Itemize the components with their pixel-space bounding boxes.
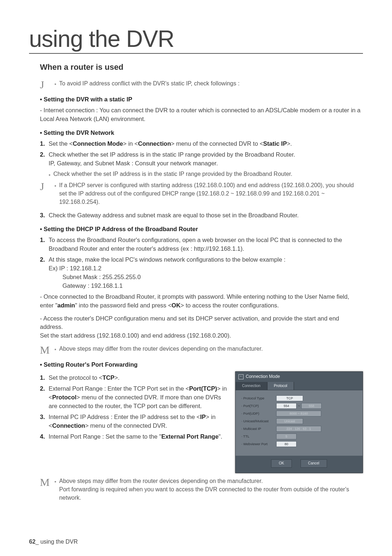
chapter-title: using the DVR: [29, 25, 363, 54]
ordered-item-3: 3. Check the Gateway address and subnet …: [40, 211, 363, 220]
term-connection: Connection: [138, 140, 171, 147]
sub-bullet-text: Check whether the set IP address is in t…: [53, 170, 292, 178]
subhead-port-forward: • Setting Router's Port Forwarding: [40, 360, 363, 369]
page-footer: 62_ using the DVR: [29, 539, 78, 545]
text: Set the protocol to <: [49, 374, 102, 381]
number-label: 1.: [40, 374, 49, 382]
text: Above steps may differ from the router d…: [59, 478, 263, 484]
input-udp: 8000 ~ 8160: [276, 411, 321, 416]
label-multicast-ip: Multicast IP: [241, 426, 274, 431]
text: > menu of the connected DVR to <: [171, 140, 263, 147]
term-connection: Connection: [52, 422, 85, 429]
text: Set the <: [49, 140, 73, 147]
footer-text: using the DVR: [39, 539, 78, 545]
text: " into the password field and press <: [75, 302, 172, 309]
term-static-ip: Static IP: [263, 140, 287, 147]
ordered-item-2: 2. Check whether the set IP address is i…: [40, 150, 363, 168]
text: >.: [114, 374, 119, 381]
text: >.: [287, 140, 292, 147]
label-port-tcp: Port(TCP): [241, 403, 274, 408]
dialog-footer: OK Cancel: [236, 456, 363, 473]
m-icon: M: [40, 477, 54, 488]
bullet-icon: ▪: [54, 182, 56, 189]
term-connection-mode: Connection Mode: [73, 140, 123, 147]
ordered-body: Set the <Connection Mode> in <Connection…: [49, 140, 363, 148]
m-note-text: Above steps may differ from the router d…: [59, 345, 263, 353]
section-title: When a router is used: [40, 63, 363, 72]
input-multicast-ip: 224 . 126 . 63 . 1: [276, 426, 321, 432]
select-protocol-type[interactable]: TCP: [276, 395, 303, 401]
ordered-body: To access the Broadband Router's configu…: [49, 236, 363, 253]
text: Port forwarding is required when you wan…: [59, 486, 349, 501]
j-note-text: If a DHCP server is configured with star…: [59, 181, 363, 206]
text: ".: [219, 433, 222, 440]
subhead-dhcp: • Setting the DHCP IP Address of the Bro…: [40, 225, 363, 234]
paragraph: - Access the router's DHCP configuration…: [40, 314, 363, 341]
term-ok: OK: [172, 302, 181, 309]
ordered-body: Internal PC IP Address : Enter the IP ad…: [49, 413, 228, 430]
number-label: 3.: [40, 413, 49, 430]
left-column: 1. Set the protocol to <TCP>. 2. Externa…: [40, 371, 228, 443]
ordered-body: External Port Range : Enter the TCP Port…: [49, 384, 228, 411]
term-ip: IP: [200, 414, 206, 420]
ordered-item-b1: 1. To access the Broadband Router's conf…: [40, 236, 363, 253]
term-port-tcp: Port(TCP): [189, 385, 217, 392]
term-tcp: TCP: [102, 374, 114, 381]
text: Set the start address (192.168.0.100) an…: [40, 332, 231, 339]
dialog-body: Protocol Type TCP Port(TCP) 554 ~ 558 Po…: [236, 390, 363, 456]
term-ext-port-range: External Port Range: [161, 433, 219, 440]
text: Check whether the set IP address is in t…: [49, 151, 295, 158]
ordered-body: Set the protocol to <TCP>.: [49, 374, 228, 382]
m-note-2: M ▪ Above steps may differ from the rout…: [40, 477, 363, 502]
ordered-item-pf4: 4. Internal Port Range : Set the same to…: [40, 432, 228, 441]
text: Subnet Mask : 255.255.255.0: [62, 274, 141, 280]
number-label: 3.: [40, 211, 49, 220]
label-unicast: Unicast/Muticast: [241, 419, 274, 424]
cancel-button[interactable]: Cancel: [301, 459, 327, 468]
text: > in <: [123, 140, 138, 147]
ordered-item-b2: 2. At this stage, make the local PC's wi…: [40, 255, 363, 290]
text: IP, Gateway, and Subnet Mask : Consult y…: [49, 160, 218, 166]
text: Gateway : 192.168.1.1: [62, 282, 123, 289]
ordered-item-1: 1. Set the <Connection Mode> in <Connect…: [40, 140, 363, 148]
number-label: 1.: [40, 140, 49, 148]
number-label: 1.: [40, 236, 49, 253]
tab-connection[interactable]: Connection: [236, 382, 268, 390]
j-icon: J: [40, 79, 54, 90]
text: > to access the router configurations.: [180, 302, 279, 309]
tab-protocol[interactable]: Protocol: [268, 382, 294, 390]
tilde-icon: ~: [298, 404, 300, 408]
two-column-row: 1. Set the protocol to <TCP>. 2. Externa…: [40, 371, 363, 473]
label-webviewer-port: Webviewer Port: [241, 442, 274, 447]
dialog-title: Connection Mode: [246, 374, 280, 380]
m-note-text: Above steps may differ from the router d…: [59, 477, 363, 502]
content-body: J ▪ To avoid IP address conflict with th…: [40, 79, 363, 502]
input-webviewer-port[interactable]: 80: [276, 441, 297, 447]
sub-bullet: ▪ Check whether the set IP address is in…: [49, 170, 363, 178]
ordered-body: Check the Gateway address and subnet mas…: [49, 211, 363, 220]
label-port-udp: Port(UDP): [241, 411, 274, 416]
text: Ex) IP : 192.168.1.2: [49, 265, 102, 271]
connection-mode-dialog: Connection Mode Connection Protocol Prot…: [235, 371, 363, 473]
number-label: 4.: [40, 432, 49, 441]
text: > menu of the connected DVR.: [85, 422, 167, 429]
m-icon: M: [40, 345, 54, 355]
j-note-1: J ▪ To avoid IP address conflict with th…: [40, 79, 363, 90]
ordered-body: Internal Port Range : Set the same to th…: [49, 432, 228, 441]
dialog-titlebar: Connection Mode: [236, 372, 363, 382]
j-icon: J: [40, 181, 54, 192]
label-ttl: TTL: [241, 434, 274, 439]
dialog-tabs: Connection Protocol: [236, 382, 363, 391]
subhead-static-ip: • Setting the DVR with a static IP: [40, 95, 363, 104]
input-tcp-start[interactable]: 554: [276, 403, 297, 409]
ordered-item-pf1: 1. Set the protocol to <TCP>.: [40, 374, 228, 382]
text: External Port Range : Enter the TCP Port…: [49, 385, 189, 392]
j-note-2: J ▪ If a DHCP server is configured with …: [40, 181, 363, 206]
text: Internal PC IP Address : Enter the IP ad…: [49, 414, 200, 420]
text: - Access the router's DHCP configuration…: [40, 315, 339, 330]
select-unicast: Unicast: [276, 418, 303, 424]
number-label: 2.: [40, 384, 49, 411]
back-icon[interactable]: [238, 374, 244, 379]
ok-button[interactable]: OK: [271, 459, 291, 468]
term-protocol: Protocol: [52, 394, 77, 400]
